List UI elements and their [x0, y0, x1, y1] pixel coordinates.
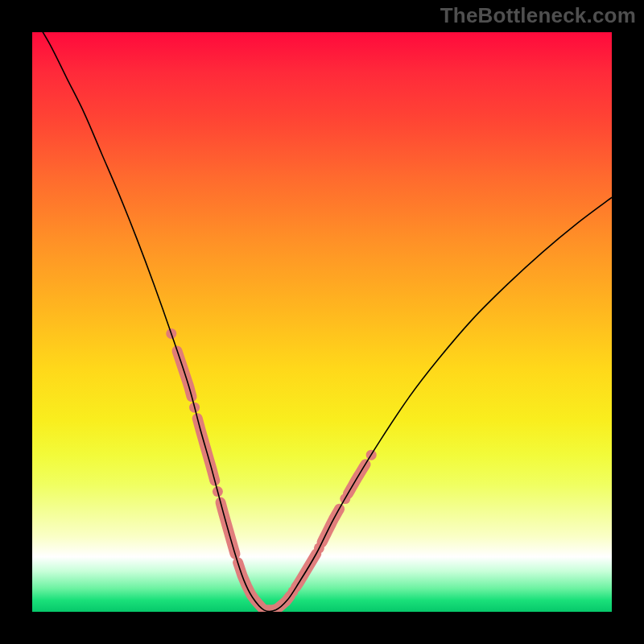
- curve-svg: [32, 32, 612, 612]
- chart-frame: TheBottleneck.com: [0, 0, 644, 644]
- bottleneck-curve-path: [32, 32, 612, 612]
- marker-group: [166, 328, 376, 610]
- plot-area: [32, 32, 612, 612]
- watermark-text: TheBottleneck.com: [440, 3, 636, 28]
